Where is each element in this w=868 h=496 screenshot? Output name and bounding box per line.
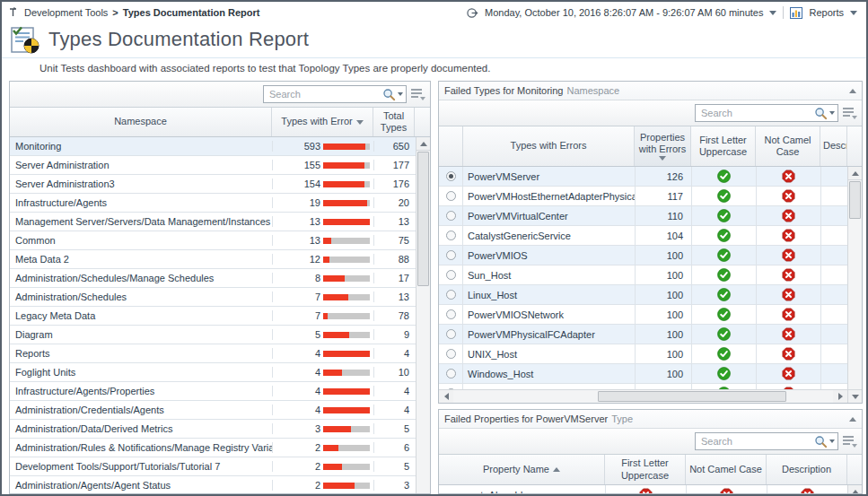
failed-type-row-partial[interactable]	[439, 384, 862, 389]
failed-type-row[interactable]: PowerVMHostEthernetAdapterPhysicalPort 1…	[439, 187, 862, 206]
column-header-first-letter-uppercase[interactable]: First Letter Uppercase	[691, 126, 756, 166]
namespace-table-row[interactable]: Infrastructure/Agents/Properties 4 4	[10, 382, 430, 401]
collapse-panel-icon[interactable]	[849, 417, 856, 422]
failed-type-row[interactable]: UNIX_Host 100	[439, 344, 862, 364]
table-customizer-icon[interactable]	[843, 435, 857, 448]
reports-caret-icon[interactable]	[850, 11, 857, 15]
namespace-table-row[interactable]: Administration/Data/Derived Metrics 3 5	[10, 420, 430, 439]
scroll-right-button[interactable]	[833, 390, 847, 403]
scroll-up-button[interactable]	[416, 137, 430, 151]
type-name-cell: CatalystGenericService	[463, 231, 635, 241]
namespace-table-row[interactable]: Administration/Rules & Notifications/Man…	[10, 439, 430, 457]
search-options-caret-icon[interactable]	[829, 439, 835, 443]
radio-button[interactable]	[446, 211, 456, 221]
search-input[interactable]	[701, 436, 814, 447]
time-range-label[interactable]: Monday, October 10, 2016 8:26:07 AM - 9:…	[485, 7, 763, 18]
radio-button[interactable]	[446, 191, 456, 201]
search-input[interactable]	[701, 108, 814, 118]
namespace-vertical-scrollbar[interactable]	[416, 137, 430, 493]
failed-property-row[interactable]: aggregateAlarmIds	[439, 485, 862, 493]
failed-properties-vertical-scrollbar[interactable]	[847, 485, 862, 493]
failed-type-row[interactable]: PowerVMIOSNetwork 100	[439, 305, 862, 325]
column-header-property-name[interactable]: Property Name	[439, 455, 605, 484]
column-header-not-camel-case[interactable]: Not Camel Case	[686, 455, 767, 484]
column-header-types-with-errors[interactable]: Types with Errors	[463, 126, 635, 166]
namespace-table-row[interactable]: Diagram 5 9	[10, 326, 430, 344]
failed-types-vertical-scrollbar[interactable]	[847, 167, 862, 389]
collapse-panel-icon[interactable]	[849, 89, 856, 93]
search-options-caret-icon[interactable]	[398, 92, 403, 96]
failed-type-row[interactable]: PowerVMVirtualCenter 110	[439, 206, 862, 226]
namespace-table-row[interactable]: Development Tools/Support/Tutorials/Tuto…	[10, 457, 430, 476]
radio-button[interactable]	[446, 290, 456, 300]
scroll-up-button[interactable]	[848, 167, 862, 180]
radio-button[interactable]	[446, 270, 456, 280]
column-header-total-types[interactable]: Total Types	[373, 108, 415, 136]
error-count: 4	[315, 367, 320, 378]
namespace-table-row[interactable]: Foglight Units 4 10	[10, 363, 430, 382]
column-header-namespace[interactable]: Namespace	[10, 108, 272, 136]
failed-type-row[interactable]: PowerVMServer 126	[439, 167, 862, 187]
namespace-table-row[interactable]: Management Server/Servers/Data Managemen…	[10, 213, 430, 231]
radio-button[interactable]	[446, 171, 456, 181]
radio-button[interactable]	[446, 388, 456, 389]
radio-button[interactable]	[446, 309, 456, 319]
namespace-table-row[interactable]: Administration/Schedules/Manage Schedule…	[10, 269, 430, 288]
column-header-description[interactable]: Description	[820, 126, 847, 166]
search-input[interactable]	[269, 89, 382, 100]
failed-type-row[interactable]: Linux_Host 100	[439, 285, 862, 305]
namespace-table-row[interactable]: Administration/Credentials/Agents 4 4	[10, 401, 430, 420]
error-count: 5	[315, 329, 320, 340]
namespace-table-row[interactable]: Meta Data 2 12 88	[10, 250, 430, 269]
namespace-table-row[interactable]: Common 13 75	[10, 231, 430, 250]
scroll-down-button[interactable]	[847, 390, 862, 403]
arrow-up-icon	[420, 142, 427, 146]
scrollbar-thumb[interactable]	[417, 152, 429, 286]
total-cell: 4	[373, 386, 415, 396]
history-icon[interactable]	[9, 7, 20, 18]
scrollbar-thumb[interactable]	[849, 181, 861, 219]
scroll-left-button[interactable]	[439, 390, 453, 403]
namespace-table-row[interactable]: Monitoring 593 650	[10, 137, 430, 156]
namespace-table-row[interactable]: Reports 4 4	[10, 344, 430, 363]
search-icon[interactable]	[814, 107, 828, 120]
table-customizer-icon[interactable]	[411, 88, 425, 100]
namespace-table-header: Namespace Types with Error Total Types	[10, 108, 430, 137]
column-header-not-camel-case[interactable]: Not Camel Case	[756, 126, 820, 166]
namespace-table-row[interactable]: Administration/Schedules 7 13	[10, 288, 430, 307]
scrollbar-track[interactable]	[453, 390, 833, 403]
reports-menu-label[interactable]: Reports	[809, 7, 844, 18]
namespace-table-row[interactable]: Legacy Meta Data 7 78	[10, 307, 430, 326]
breadcrumb-root[interactable]: Development Tools	[24, 7, 108, 18]
search-options-caret-icon[interactable]	[829, 111, 835, 115]
errors-cell: 4	[272, 348, 373, 359]
radio-button[interactable]	[446, 231, 456, 240]
time-range-caret-icon[interactable]	[769, 11, 776, 15]
namespace-table-row[interactable]: Infrastructure/Agents 19 20	[10, 194, 430, 213]
radio-button[interactable]	[446, 369, 456, 379]
failed-type-row[interactable]: CatalystGenericService 104	[439, 226, 862, 246]
column-header-properties-with-errors[interactable]: Properties with Errors	[635, 126, 691, 166]
radio-button[interactable]	[446, 329, 456, 339]
column-header-description[interactable]: Description	[767, 455, 847, 484]
failed-type-row[interactable]: PowerVMPhysicalFCAdapter 100	[439, 325, 862, 344]
failed-type-row[interactable]: Sun_Host 100	[439, 265, 862, 285]
column-header-types-with-error[interactable]: Types with Error	[272, 108, 373, 136]
namespace-table-row[interactable]: Server Administration 155 177	[10, 156, 430, 175]
column-header-first-letter-uppercase[interactable]: First Letter Uppercase	[605, 455, 686, 484]
scrollbar-thumb[interactable]	[598, 391, 786, 402]
namespace-table-row[interactable]: Administration/Agents/Agent Status 2 3	[10, 476, 430, 493]
search-icon[interactable]	[814, 435, 828, 448]
error-ratio-bar	[323, 181, 370, 187]
scroll-up-button[interactable]	[848, 485, 862, 493]
failed-type-row[interactable]: Windows_Host 100	[439, 364, 862, 384]
type-name-cell: Windows_Host	[463, 369, 635, 379]
failed-type-row[interactable]: PowerVMIOS 100	[439, 246, 862, 265]
radio-button[interactable]	[446, 250, 456, 260]
namespace-table-row[interactable]: Server Administration3 154 176	[10, 175, 430, 194]
failed-types-horizontal-scrollbar[interactable]	[439, 389, 862, 403]
first-letter-uppercase-cell	[691, 187, 756, 205]
table-customizer-icon[interactable]	[843, 107, 857, 119]
radio-button[interactable]	[446, 349, 456, 359]
search-icon[interactable]	[382, 88, 396, 101]
